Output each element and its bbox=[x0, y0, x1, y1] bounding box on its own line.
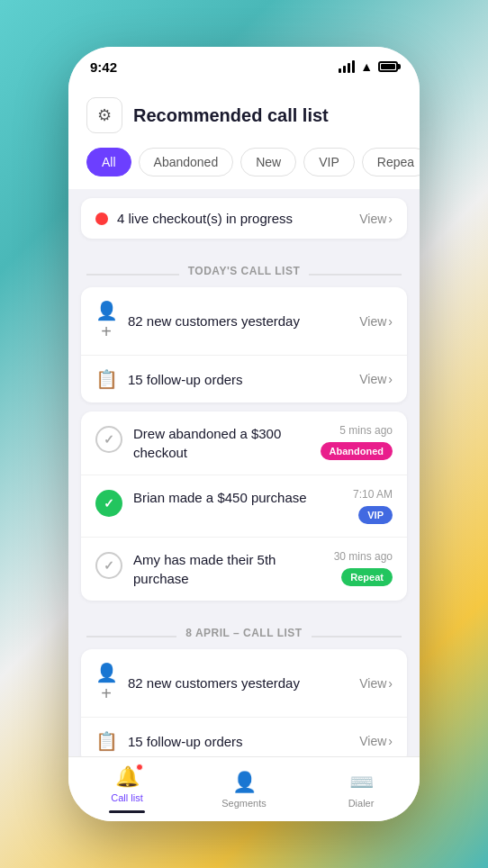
live-dot-icon bbox=[95, 212, 108, 225]
call-meta-drew: 5 mins ago Abandoned bbox=[321, 424, 393, 460]
live-banner[interactable]: 4 live checkout(s) in progress View › bbox=[81, 198, 407, 239]
april-new-customers-text: 82 new customers yesterday bbox=[128, 675, 348, 691]
settings-button[interactable]: ⚙ bbox=[86, 97, 122, 133]
badge-abandoned: Abandoned bbox=[321, 442, 393, 460]
check-circle-brian[interactable]: ✓ bbox=[95, 490, 122, 517]
bell-wrapper: 🔔 bbox=[115, 765, 140, 789]
person-icon: 👤 bbox=[232, 771, 257, 794]
status-time: 9:42 bbox=[90, 59, 117, 75]
call-name-drew: Drew abandoned a $300 checkout bbox=[133, 426, 281, 460]
tab-repeat[interactable]: Repea bbox=[362, 148, 420, 176]
today-section-header: TODAY'S CALL LIST bbox=[68, 248, 420, 287]
april-followup-view-link[interactable]: View › bbox=[359, 734, 393, 748]
nav-segments-label: Segments bbox=[221, 798, 267, 809]
tab-all[interactable]: All bbox=[86, 148, 131, 176]
april-followup-row[interactable]: 📋 15 follow-up orders View › bbox=[81, 718, 407, 756]
check-circle-amy[interactable]: ✓ bbox=[95, 552, 122, 579]
bottom-nav: 🔔 Call list 👤 Segments ⌨️ Dialer bbox=[68, 756, 420, 821]
april-section-title: 8 APRIL – CALL LIST bbox=[176, 627, 311, 639]
live-view-link[interactable]: View › bbox=[359, 212, 393, 226]
person-add-icon-2: 👤+ bbox=[95, 662, 117, 704]
april-followup-text: 15 follow-up orders bbox=[128, 734, 348, 749]
call-time-amy: 30 mins ago bbox=[334, 550, 393, 563]
followup-row[interactable]: 📋 15 follow-up orders View › bbox=[81, 356, 407, 402]
tab-vip[interactable]: VIP bbox=[303, 148, 355, 176]
call-meta-amy: 30 mins ago Repeat bbox=[334, 550, 393, 586]
bell-notification-dot bbox=[136, 764, 143, 771]
check-circle-drew[interactable]: ✓ bbox=[95, 426, 122, 453]
nav-dialer[interactable]: ⌨️ Dialer bbox=[303, 764, 420, 816]
person-add-icon: 👤+ bbox=[95, 300, 117, 342]
wifi-icon: ▲ bbox=[360, 59, 373, 74]
dialer-icon: ⌨️ bbox=[349, 771, 374, 794]
checkmark-icon: ✓ bbox=[104, 496, 114, 511]
chevron-right-icon: › bbox=[388, 212, 393, 226]
gear-icon: ⚙ bbox=[97, 105, 112, 125]
filter-tabs: All Abandoned New VIP Repea bbox=[68, 148, 420, 189]
nav-indicator bbox=[109, 810, 145, 813]
checkmark-icon: ✓ bbox=[104, 432, 114, 447]
call-item-brian[interactable]: ✓ Brian made a $450 purchase 7:10 AM VIP bbox=[81, 475, 407, 538]
call-info-amy: Amy has made their 5th purchase bbox=[133, 550, 323, 588]
call-name-brian: Brian made a $450 purchase bbox=[133, 490, 307, 505]
new-customers-text: 82 new customers yesterday bbox=[128, 313, 348, 329]
followup-view-link[interactable]: View › bbox=[359, 372, 393, 386]
today-section-title: TODAY'S CALL LIST bbox=[179, 265, 309, 277]
new-customers-view-link[interactable]: View › bbox=[359, 314, 393, 329]
april-new-customers-view-link[interactable]: View › bbox=[359, 676, 393, 691]
badge-repeat: Repeat bbox=[341, 568, 393, 586]
april-new-customers-row[interactable]: 👤+ 82 new customers yesterday View › bbox=[81, 649, 407, 718]
live-text: 4 live checkout(s) in progress bbox=[117, 211, 350, 226]
april-section-header: 8 APRIL – CALL LIST bbox=[68, 610, 420, 649]
battery-icon bbox=[378, 61, 398, 72]
chevron-right-icon: › bbox=[388, 372, 393, 386]
signal-bars-icon bbox=[339, 60, 355, 73]
call-item-drew[interactable]: ✓ Drew abandoned a $300 checkout 5 mins … bbox=[81, 411, 407, 475]
call-time-brian: 7:10 AM bbox=[353, 488, 393, 501]
chevron-right-icon: › bbox=[388, 314, 393, 329]
nav-dialer-label: Dialer bbox=[348, 798, 375, 809]
followup-text: 15 follow-up orders bbox=[128, 372, 348, 387]
april-quick-rows: 👤+ 82 new customers yesterday View › 📋 1… bbox=[81, 649, 407, 756]
chevron-right-icon: › bbox=[388, 676, 393, 691]
checkmark-icon: ✓ bbox=[104, 558, 114, 573]
nav-call-list-label: Call list bbox=[111, 792, 142, 803]
clipboard-icon-2: 📋 bbox=[95, 730, 117, 752]
new-customers-row[interactable]: 👤+ 82 new customers yesterday View › bbox=[81, 287, 407, 356]
call-info-brian: Brian made a $450 purchase bbox=[133, 488, 342, 507]
call-time-drew: 5 mins ago bbox=[339, 424, 393, 437]
call-item-amy[interactable]: ✓ Amy has made their 5th purchase 30 min… bbox=[81, 538, 407, 601]
tab-abandoned[interactable]: Abandoned bbox=[139, 148, 234, 176]
nav-call-list[interactable]: 🔔 Call list bbox=[68, 758, 185, 820]
call-meta-brian: 7:10 AM VIP bbox=[353, 488, 393, 524]
page-title: Recommended call list bbox=[133, 105, 329, 126]
status-bar: 9:42 ▲ bbox=[68, 47, 420, 86]
badge-vip: VIP bbox=[358, 506, 393, 524]
tab-new[interactable]: New bbox=[240, 148, 296, 176]
status-icons: ▲ bbox=[339, 59, 398, 74]
phone-frame: 9:42 ▲ ⚙ Recommended call list All Aband… bbox=[68, 47, 420, 821]
chevron-right-icon: › bbox=[388, 734, 393, 748]
content-area: 4 live checkout(s) in progress View › TO… bbox=[68, 189, 420, 756]
today-quick-rows: 👤+ 82 new customers yesterday View › 📋 1… bbox=[81, 287, 407, 402]
call-info-drew: Drew abandoned a $300 checkout bbox=[133, 424, 310, 462]
call-name-amy: Amy has made their 5th purchase bbox=[133, 552, 276, 586]
today-call-items: ✓ Drew abandoned a $300 checkout 5 mins … bbox=[81, 411, 407, 601]
header: ⚙ Recommended call list bbox=[68, 86, 420, 148]
clipboard-icon: 📋 bbox=[95, 368, 117, 390]
nav-segments[interactable]: 👤 Segments bbox=[185, 764, 303, 816]
